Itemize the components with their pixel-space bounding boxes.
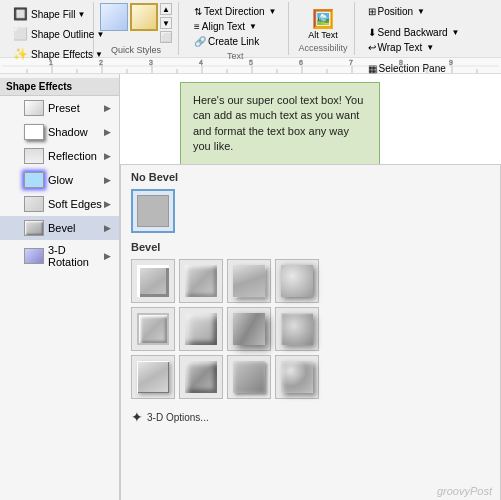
bevel-item-8[interactable] <box>275 307 319 351</box>
bevel-square-12 <box>281 361 313 393</box>
svg-text:4: 4 <box>199 59 203 66</box>
bevel-preview <box>24 220 44 236</box>
art-style-scroll-up[interactable]: ▲ <box>160 3 172 15</box>
sidebar-item-glow[interactable]: Glow ▶ <box>0 168 119 192</box>
bevel-panel: No Bevel Bevel <box>120 164 501 500</box>
preset-preview <box>24 100 44 116</box>
bevel-square-6 <box>185 313 217 345</box>
bevel-square-2 <box>185 265 217 297</box>
watermark: groovyPost <box>437 485 492 497</box>
svg-text:6: 6 <box>299 59 303 66</box>
align-text-arrow: ▼ <box>249 22 257 31</box>
bevel-square-11 <box>233 361 265 393</box>
art-style-swatch-1[interactable] <box>100 3 128 31</box>
bevel-row-2 <box>131 307 490 351</box>
preset-chevron: ▶ <box>104 103 111 113</box>
alt-text-button[interactable]: 🖼️ Alt Text <box>303 5 342 43</box>
shape-outline-button[interactable]: ⬜ Shape Outline ▼ <box>8 24 89 44</box>
bevel-item-7[interactable] <box>227 307 271 351</box>
3d-options-icon: ✦ <box>131 409 143 425</box>
main-area: Shape Effects Preset ▶ Shadow ▶ Reflecti… <box>0 74 501 500</box>
glow-preview <box>24 172 44 188</box>
bevel-square-7 <box>233 313 265 345</box>
accessibility-section-label: Accessibility <box>299 43 348 53</box>
reflection-preview <box>24 148 44 164</box>
ruler: 1 2 3 4 5 6 7 8 9 <box>0 58 501 74</box>
bevel-all-rows <box>131 259 490 399</box>
text-direction-button[interactable]: ⇅ Text Direction ▼ <box>189 4 282 19</box>
create-link-button[interactable]: 🔗 Create Link <box>189 34 282 49</box>
shape-group: 🔲 Shape Fill ▼ ⬜ Shape Outline ▼ ✨ Shape… <box>4 2 94 55</box>
create-link-icon: 🔗 <box>194 36 206 47</box>
ribbon: 🔲 Shape Fill ▼ ⬜ Shape Outline ▼ ✨ Shape… <box>0 0 501 58</box>
shape-effects-sidebar: Shape Effects Preset ▶ Shadow ▶ Reflecti… <box>0 74 120 500</box>
svg-text:1: 1 <box>49 59 53 66</box>
sidebar-item-reflection[interactable]: Reflection ▶ <box>0 144 119 168</box>
bevel-item-12[interactable] <box>275 355 319 399</box>
position-button[interactable]: ⊞ Position ▼ <box>363 4 431 19</box>
svg-text:2: 2 <box>99 59 103 66</box>
shape-fill-button[interactable]: 🔲 Shape Fill ▼ <box>8 4 89 24</box>
bevel-chevron: ▶ <box>104 223 111 233</box>
soft-edges-chevron: ▶ <box>104 199 111 209</box>
svg-text:7: 7 <box>349 59 353 66</box>
bevel-item-2[interactable] <box>179 259 223 303</box>
bevel-no-bevel-item[interactable] <box>131 189 175 233</box>
bevel-square-10 <box>185 361 217 393</box>
art-styles-group: ▲ ▼ ⬜ Quick Styles <box>94 2 179 55</box>
canvas-area: Here's our super cool text box! You can … <box>120 74 501 500</box>
shadow-preview <box>24 124 44 140</box>
send-backward-button[interactable]: ⬇ Send Backward ▼ <box>363 25 465 40</box>
sidebar-item-preset[interactable]: Preset ▶ <box>0 96 119 120</box>
reflection-chevron: ▶ <box>104 151 111 161</box>
bevel-item-3[interactable] <box>227 259 271 303</box>
align-text-button[interactable]: ≡ Align Text ▼ <box>189 19 282 34</box>
shape-fill-dropdown-arrow: ▼ <box>77 10 85 19</box>
shape-effects-header: Shape Effects <box>0 78 119 96</box>
accessibility-group: 🖼️ Alt Text Accessibility <box>293 2 355 55</box>
wrap-text-icon: ↩ <box>368 42 376 53</box>
svg-text:8: 8 <box>399 59 403 66</box>
bevel-row-1 <box>131 259 490 303</box>
shape-effects-header-label: Shape Effects <box>6 81 72 92</box>
bevel-square-4 <box>281 265 313 297</box>
bevel-title: Bevel <box>131 241 490 253</box>
art-style-more[interactable]: ⬜ <box>160 31 172 43</box>
art-style-swatch-2[interactable] <box>130 3 158 31</box>
3d-rotation-preview <box>24 248 44 264</box>
arrange-buttons: ⊞ Position ▼ ⬇ Send Backward ▼ <box>363 4 501 40</box>
no-bevel-title: No Bevel <box>131 171 490 183</box>
art-style-scroll-down[interactable]: ▼ <box>160 17 172 29</box>
canvas-textbox[interactable]: Here's our super cool text box! You can … <box>180 82 380 166</box>
text-direction-icon: ⇅ <box>194 6 202 17</box>
sidebar-item-3d-rotation[interactable]: 3-D Rotation ▶ <box>0 240 119 272</box>
send-backward-icon: ⬇ <box>368 27 376 38</box>
bevel-item-5[interactable] <box>131 307 175 351</box>
align-text-icon: ≡ <box>194 21 200 32</box>
sidebar-item-bevel[interactable]: Bevel ▶ <box>0 216 119 240</box>
quick-styles-label: Quick Styles <box>111 45 161 55</box>
arrange-group: ⊞ Position ▼ ⬇ Send Backward ▼ ↩ Wrap Te… <box>359 2 501 55</box>
3d-options-link[interactable]: ✦ 3-D Options... <box>131 407 490 427</box>
sidebar-item-shadow[interactable]: Shadow ▶ <box>0 120 119 144</box>
no-bevel-row <box>131 189 490 233</box>
sidebar-item-soft-edges[interactable]: Soft Edges ▶ <box>0 192 119 216</box>
bevel-item-9[interactable] <box>131 355 175 399</box>
3d-rotation-chevron: ▶ <box>104 251 111 261</box>
ruler-svg: 1 2 3 4 5 6 7 8 9 <box>2 58 499 74</box>
bevel-square-9 <box>137 361 169 393</box>
bevel-square-3 <box>233 265 265 297</box>
art-styles-swatches: ▲ ▼ ⬜ <box>100 3 172 43</box>
bevel-item-6[interactable] <box>179 307 223 351</box>
svg-text:3: 3 <box>149 59 153 66</box>
bevel-item-11[interactable] <box>227 355 271 399</box>
bevel-item-1[interactable] <box>131 259 175 303</box>
bevel-square-1 <box>137 265 169 297</box>
bevel-item-10[interactable] <box>179 355 223 399</box>
text-direction-arrow: ▼ <box>269 7 277 16</box>
bevel-item-4[interactable] <box>275 259 319 303</box>
text-group: ⇅ Text Direction ▼ ≡ Align Text ▼ 🔗 Crea… <box>183 2 289 55</box>
svg-text:9: 9 <box>449 59 453 66</box>
svg-text:5: 5 <box>249 59 253 66</box>
wrap-text-button[interactable]: ↩ Wrap Text ▼ <box>363 40 440 55</box>
